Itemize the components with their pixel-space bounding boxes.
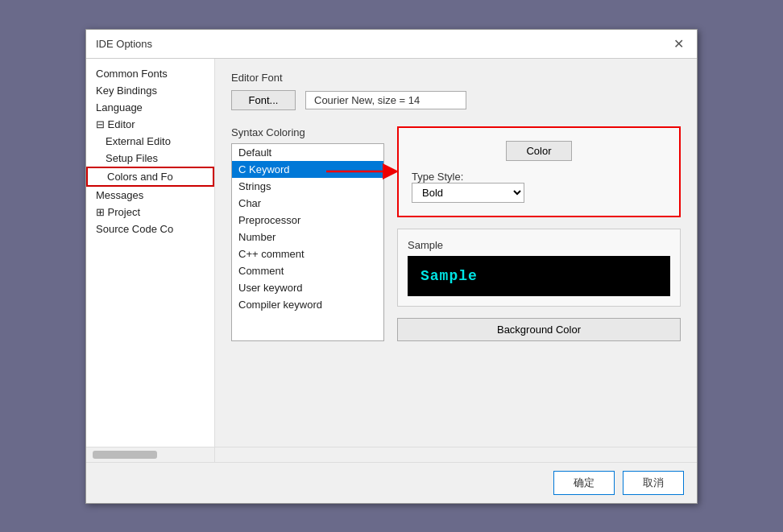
editor-font-label: Editor Font — [231, 72, 681, 84]
sidebar-item-key-bindings[interactable]: Key Bindings — [86, 82, 214, 99]
sidebar-item-editor[interactable]: ⊟ Editor — [86, 116, 214, 133]
horizontal-scrollbar[interactable] — [93, 451, 157, 459]
close-button[interactable]: ✕ — [670, 36, 687, 52]
red-arrow-icon — [326, 155, 399, 188]
syntax-item-char[interactable]: Char — [232, 195, 383, 212]
main-content: Editor Font Font... Courier New, size = … — [215, 59, 697, 447]
sample-text: Sample — [420, 268, 478, 284]
sidebar-item-language[interactable]: Language — [86, 99, 214, 116]
color-type-wrapper: Color Type Style: Bold Regular Italic Bo… — [397, 126, 681, 217]
confirm-button[interactable]: 确定 — [553, 471, 615, 495]
syntax-item-cpp-comment[interactable]: C++ comment — [232, 245, 383, 262]
sample-label: Sample — [408, 239, 670, 251]
syntax-coloring-label: Syntax Coloring — [231, 126, 384, 138]
syntax-item-preprocessor[interactable]: Preprocessor — [232, 212, 383, 229]
cancel-button[interactable]: 取消 — [623, 471, 684, 495]
background-color-button[interactable]: Background Color — [397, 318, 681, 341]
sidebar-item-common-fonts[interactable]: Common Fonts — [86, 65, 214, 82]
dialog-footer: 确定 取消 — [86, 462, 697, 503]
sample-display: Sample — [408, 256, 670, 296]
titlebar: IDE Options ✕ — [86, 30, 697, 59]
sidebar-item-setup-files[interactable]: Setup Files — [86, 150, 214, 167]
type-style-select[interactable]: Bold Regular Italic Bold Italic — [412, 183, 524, 203]
sample-box: Sample Sample — [397, 229, 681, 307]
sidebar-item-source-code[interactable]: Source Code Co — [86, 221, 214, 237]
sidebar-item-messages[interactable]: Messages — [86, 187, 214, 204]
type-style-label: Type Style: — [412, 171, 524, 183]
syntax-item-number[interactable]: Number — [232, 229, 383, 245]
sidebar-scrollbar-area — [86, 447, 215, 462]
sidebar-bottom — [86, 447, 697, 462]
color-button[interactable]: Color — [506, 141, 571, 161]
sidebar-item-colors-fonts[interactable]: Colors and Fo — [86, 167, 214, 187]
font-button[interactable]: Font... — [231, 90, 296, 110]
syntax-item-user-keyword[interactable]: User keyword — [232, 279, 383, 296]
dialog-body: Common Fonts Key Bindings Language ⊟ Edi… — [86, 59, 697, 447]
syntax-coloring-section: Syntax Coloring Default C Keyword String… — [231, 126, 681, 341]
syntax-item-comment[interactable]: Comment — [232, 262, 383, 279]
type-style-row: Type Style: Bold Regular Italic Bold Ita… — [412, 171, 524, 203]
editor-font-row: Font... Courier New, size = 14 — [231, 90, 681, 110]
sidebar-item-external-editor[interactable]: External Edito — [86, 133, 214, 150]
sidebar-item-project[interactable]: ⊞ Project — [86, 204, 214, 221]
bg-color-container: Background Color — [397, 318, 681, 341]
ide-options-dialog: IDE Options ✕ Common Fonts Key Bindings … — [85, 29, 698, 504]
syntax-right-panel: Color Type Style: Bold Regular Italic Bo… — [397, 126, 681, 341]
syntax-item-compiler-keyword[interactable]: Compiler keyword — [232, 296, 383, 313]
color-type-box: Color Type Style: Bold Regular Italic Bo… — [397, 126, 681, 217]
sidebar: Common Fonts Key Bindings Language ⊟ Edi… — [86, 59, 215, 447]
font-display: Courier New, size = 14 — [305, 91, 466, 109]
dialog-title: IDE Options — [96, 38, 152, 50]
